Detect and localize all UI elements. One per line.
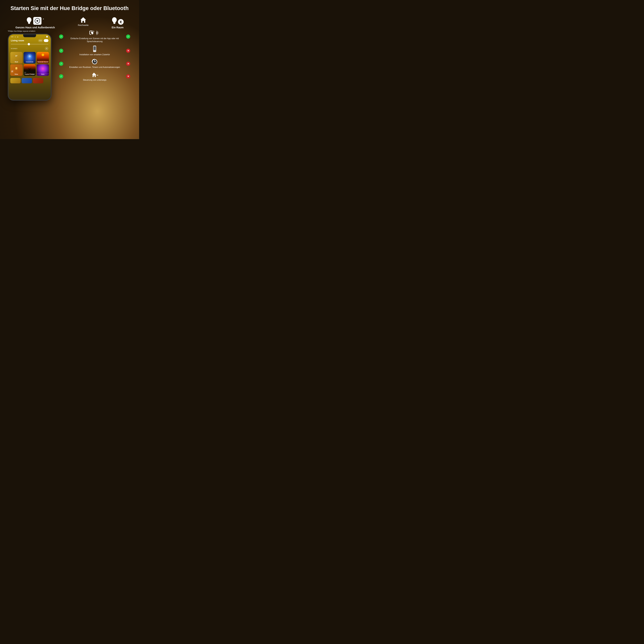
svg-point-13 <box>96 33 97 33</box>
bulb-icon-left <box>26 17 32 25</box>
nfc-icons <box>89 30 100 36</box>
scenes-header: SCENES + <box>9 46 51 51</box>
bridge-col-label: Ganzes Haus und Außenbereich <box>15 26 55 29</box>
phone-notch <box>23 34 36 37</box>
svg-rect-1 <box>28 22 30 23</box>
bluetooth-icons-group <box>112 17 124 25</box>
scene-card-relax[interactable]: Relax <box>10 64 23 76</box>
slider-thumb[interactable] <box>28 43 30 45</box>
bulb-icon-right <box>112 17 117 25</box>
scenes-feature-center: Einfache Erstellung von Szenen mit der A… <box>66 30 124 43</box>
bluetooth-icon <box>118 19 124 25</box>
add-scene-btn[interactable]: + <box>45 47 48 50</box>
svg-rect-18 <box>95 51 96 51</box>
phone-screen: ●●● ▲ ☁ █▌ Living room <box>9 34 51 100</box>
routines-bluetooth-check: ✕ <box>125 62 131 66</box>
brightness-slider[interactable] <box>11 44 48 44</box>
room-toggle[interactable] <box>44 39 48 42</box>
more-options-btn[interactable] <box>38 39 43 42</box>
accessories-bluetooth-check: ✕ <box>125 49 131 53</box>
svg-rect-16 <box>94 51 94 51</box>
scene-tropical-label: Tropical Twilight <box>24 73 36 76</box>
svg-rect-2 <box>28 23 30 23</box>
svg-point-0 <box>27 17 31 22</box>
asterisk: * <box>43 18 44 21</box>
remote-feature-text: Steuerung von unterwegs <box>83 79 106 81</box>
scenes-grid-row1: Read <box>9 51 51 64</box>
right-section: ✓ <box>58 30 131 101</box>
phone-bottom-area <box>9 77 51 83</box>
cross-icon-red-3: ✕ <box>126 74 130 78</box>
svg-rect-22 <box>94 61 96 62</box>
svg-rect-15 <box>94 46 96 50</box>
bluetooth-column: Ein Raum <box>112 17 124 29</box>
scene-read-label: Read <box>10 61 23 63</box>
check-icon-green: ✓ <box>59 35 63 39</box>
clock-icon <box>92 59 98 65</box>
check-icon-green-4: ✓ <box>59 62 63 66</box>
phone-header: Living room <box>9 38 51 43</box>
remote-control-icon <box>91 71 98 78</box>
accessories-feature-text: Installation von smartem Zubehör <box>79 53 110 56</box>
scene-card-savannah[interactable]: Savannah Sunset <box>37 52 49 63</box>
main-layout: *Philips Hue Bridge separat erhältlich ●… <box>5 30 134 104</box>
bridge-icons-group: ∷ * <box>26 17 44 25</box>
svg-rect-17 <box>95 51 95 51</box>
range-label: Reichweite <box>78 24 88 27</box>
routines-bridge-check: ✓ <box>58 62 64 66</box>
check-icon-green-3: ✓ <box>59 49 63 53</box>
phone-mockup: ●●● ▲ ☁ █▌ Living room <box>8 34 52 101</box>
feature-row-routines: ✓ Einstellen von Routi <box>58 59 131 69</box>
phone-signal: ●●● ▲ ☁ <box>11 36 18 37</box>
smart-device-icon <box>92 45 97 52</box>
bridge-device-icon: ∷ <box>33 17 41 25</box>
svg-rect-3 <box>28 23 30 24</box>
bridge-column: ∷ * Ganzes Haus und Außenbereich <box>15 17 55 29</box>
note-text: *Philips Hue Bridge separat erhältlich <box>8 30 54 32</box>
svg-rect-7 <box>113 23 115 24</box>
scene-card-read[interactable]: Read <box>10 52 23 63</box>
scene-soho-label: Soho <box>37 73 49 76</box>
room-name: Living room <box>11 39 24 42</box>
routines-feature-text: Einstellen von Routinen, Timern und Auto… <box>69 66 120 69</box>
home-icon <box>80 16 87 23</box>
scenes-bridge-check: ✓ <box>58 35 64 39</box>
scene-card-concentrate[interactable]: Concentrate <box>24 52 36 63</box>
svg-point-10 <box>42 54 44 56</box>
remote-feature-center: Steuerung von unterwegs <box>66 71 124 81</box>
features-grid: ✓ <box>58 30 131 81</box>
routines-feature-center: Einstellen von Routinen, Timern und Auto… <box>66 59 124 69</box>
feature-row-scenes: ✓ <box>58 30 131 43</box>
scenes-bluetooth-check: ✓ <box>125 35 131 39</box>
phone-battery: █▌ <box>46 36 48 37</box>
scene-card-soho[interactable]: Soho <box>37 64 49 76</box>
accessories-bridge-check: ✓ <box>58 49 64 53</box>
feature-row-accessories: ✓ Installation von smartem Zubehör <box>58 45 131 56</box>
bluetooth-col-label: Ein Raum <box>112 26 124 29</box>
scene-card-tropical[interactable]: Tropical Twilight <box>24 64 36 76</box>
svg-point-4 <box>112 17 117 22</box>
check-icon-green-5: ✓ <box>59 74 63 78</box>
svg-rect-6 <box>113 23 115 23</box>
nfc-tap-icon-1 <box>89 30 95 36</box>
cross-icon-red: ✕ <box>126 49 130 53</box>
svg-rect-21 <box>94 60 95 62</box>
header-icons: ∷ * Ganzes Haus und Außenbereich Reichwe… <box>5 16 134 29</box>
brightness-slider-wrap <box>9 43 51 46</box>
scenes-label: SCENES <box>11 48 17 49</box>
check-icon-green-2: ✓ <box>126 35 130 39</box>
nfc-tap-icon-2 <box>96 30 100 36</box>
left-section: *Philips Hue Bridge separat erhältlich ●… <box>8 30 54 101</box>
scene-savannah-label: Savannah Sunset <box>37 61 49 63</box>
svg-rect-5 <box>113 22 116 23</box>
remote-bluetooth-check: ✕ <box>125 74 131 78</box>
scene-concentrate-label: Concentrate <box>24 61 36 63</box>
scene-relax-label: Relax <box>10 73 23 76</box>
page-title: Starten Sie mit der Hue Bridge oder Blue… <box>5 5 134 11</box>
cross-icon-red-2: ✕ <box>126 62 130 66</box>
scenes-grid-row2: Relax <box>9 64 51 77</box>
scenes-feature-text: Einfache Erstellung von Szenen mit der A… <box>66 37 124 43</box>
accessories-feature-center: Installation von smartem Zubehör <box>66 45 124 56</box>
svg-point-9 <box>29 56 30 57</box>
range-column: Reichweite <box>78 16 88 29</box>
